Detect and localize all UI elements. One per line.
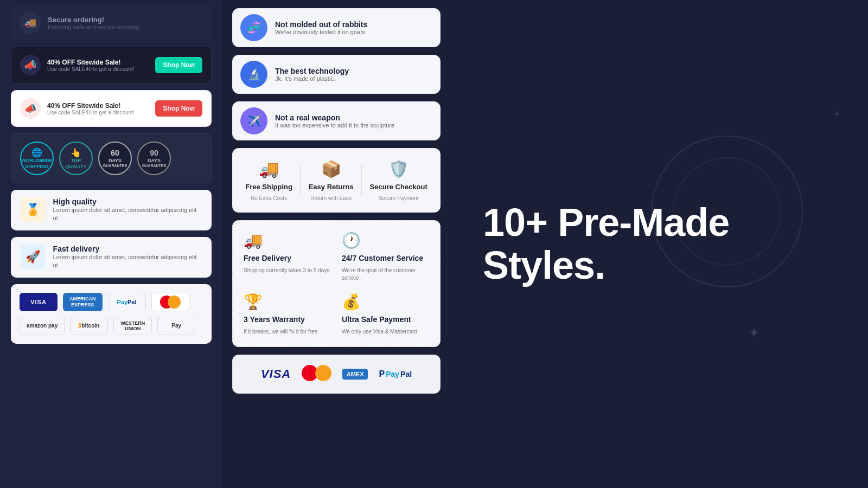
payment-row-2: amazon pay ₿bitcoin WESTERNUNION Pay xyxy=(20,317,203,335)
customer-service-title: 24/7 Customer Service xyxy=(342,254,423,262)
clock-icon: 🕐 xyxy=(342,232,361,249)
top-quality-badge: 👆 TOP QUALITY xyxy=(59,142,93,175)
easy-returns-title: Easy Returns xyxy=(309,183,354,191)
free-shipping-trust: 🚚 Free Shipping No Extra Costs xyxy=(245,159,292,201)
feature-technology-title: The best technology xyxy=(275,67,349,75)
trust-widget: 🚚 Free Shipping No Extra Costs 📦 Easy Re… xyxy=(232,148,441,213)
feature-rabbits-sub: We've obviously tested it on goats xyxy=(275,29,367,35)
trust-divider-1 xyxy=(300,164,301,197)
trust-badges-row: 🌐 WORLDWIDE SHIPPING 👆 TOP QUALITY 60 DA… xyxy=(11,133,212,183)
payment-icon: 💰 xyxy=(342,293,361,311)
shipping-icon: 🚚 xyxy=(259,159,279,178)
mastercard-logo xyxy=(151,293,189,311)
easy-returns-sub: Return with Ease xyxy=(310,195,352,201)
free-delivery-title: Free Delivery xyxy=(244,254,291,262)
warranty-icon: 🏆 xyxy=(244,293,263,311)
trust-divider-2 xyxy=(361,164,362,197)
secure-ordering-title: Secure ordering! xyxy=(48,16,139,24)
delivery-features-card: 🚚 Free Delivery Shipping currently takes… xyxy=(232,220,441,347)
safe-payment-title: Ultra Safe Payment xyxy=(342,315,411,324)
western-union-logo: WESTERNUNION xyxy=(113,317,152,335)
easy-returns-trust: 📦 Easy Returns Return with Ease xyxy=(309,159,354,201)
rabbit-icon: 🧬 xyxy=(240,14,267,41)
fast-delivery-title: Fast delivery xyxy=(53,245,202,253)
paypal-payment-logo: P PayPal xyxy=(379,369,412,379)
free-shipping-title: Free Shipping xyxy=(245,183,292,191)
amazon-pay-logo: amazon pay xyxy=(20,317,65,335)
feature-technology-card: 🔬 The best technology Jk. It's made of p… xyxy=(232,55,441,94)
feature-technology-sub: Jk. It's made of plastic. xyxy=(275,75,349,82)
secure-checkout-trust: 🛡️ Secure Checkout Secure Payment xyxy=(370,159,427,201)
shop-now-button-dark[interactable]: Shop Now xyxy=(155,57,202,73)
warranty-title: 3 Years Warranty xyxy=(244,315,305,324)
high-quality-sub: Lorem ipsum dolor sit amet, consectetur … xyxy=(53,206,202,223)
banner-dark-title: 40% OFF Sitewide Sale! xyxy=(47,59,149,66)
free-shipping-sub: No Extra Costs xyxy=(251,195,287,201)
safe-payment-item: 💰 Ultra Safe Payment We only use Visa & … xyxy=(342,293,429,336)
apple-pay-logo: Pay xyxy=(157,317,195,335)
free-delivery-sub: Shipping currently takes 3 to 5 days xyxy=(244,267,329,274)
banner-card-dark: 📣 40% OFF Sitewide Sale! Use code SALE40… xyxy=(11,47,212,84)
shop-now-button-light[interactable]: Shop Now xyxy=(155,100,202,117)
feature-rabbits-title: Not molded out of rabbits xyxy=(275,20,367,29)
medal-icon: 🏅 xyxy=(21,197,46,222)
warranty-item: 🏆 3 Years Warranty If it breaks, we will… xyxy=(244,293,331,336)
visa-payment-logo: VISA xyxy=(261,367,291,381)
deco-star: ✦ xyxy=(749,325,760,341)
high-quality-title: High quality xyxy=(53,197,202,206)
customer-service-sub: We're the goat of the customer service xyxy=(342,267,429,282)
90-day-guarantee-badge: 90 DAYS GUARANTEE xyxy=(137,142,171,175)
banner-dark-sub: Use code SALE40 to get a discount! xyxy=(47,66,149,72)
worldwide-shipping-badge: 🌐 WORLDWIDE SHIPPING xyxy=(20,142,54,175)
technology-icon: 🔬 xyxy=(240,61,267,88)
paypal-logo: PayPal xyxy=(108,293,146,311)
feature-weapon-title: Not a real weapon xyxy=(275,113,394,122)
secure-checkout-sub: Secure Payment xyxy=(379,195,419,201)
60-day-guarantee-badge: 60 DAYS GUARANTEE xyxy=(98,142,132,175)
banner-card-light: 📣 40% OFF Sitewide Sale! Use code SALE40… xyxy=(11,90,212,127)
banner-light-title: 40% OFF Sitewide Sale! xyxy=(47,102,149,110)
banner-light-sub: Use code SALE40 to get a discount! xyxy=(47,110,149,115)
returns-icon: 📦 xyxy=(321,159,341,178)
customer-service-item: 🕐 24/7 Customer Service We're the goat o… xyxy=(342,232,429,282)
payment-row-1: VISA AMERICANEXPRESS PayPal xyxy=(20,293,203,311)
delivery-icon: 🚀 xyxy=(21,245,46,269)
amex-logo: AMERICANEXPRESS xyxy=(63,293,103,311)
right-panel: ✦ ✦ 10+ Pre-Made Styles. xyxy=(450,0,868,488)
fast-delivery-feature: 🚀 Fast delivery Lorem ipsum dolor sit am… xyxy=(11,237,212,278)
deco-star2: ✦ xyxy=(833,108,841,120)
fast-delivery-sub: Lorem ipsum dolor sit amet, consectetur … xyxy=(53,253,202,270)
visa-logo: VISA xyxy=(20,293,58,311)
weapon-icon: ✈️ xyxy=(240,107,267,134)
secure-checkout-title: Secure Checkout xyxy=(370,183,427,191)
megaphone-icon-light: 📣 xyxy=(20,98,41,119)
payment-logos-card: VISA AMERICANEXPRESS PayPal amazon pay ₿… xyxy=(11,284,212,344)
free-delivery-item: 🚚 Free Delivery Shipping currently takes… xyxy=(244,232,331,282)
delivery-truck-icon: 🚚 xyxy=(244,232,263,249)
bottom-payment-logos: VISA AMEX P PayPal xyxy=(232,355,441,394)
shield-icon: 🛡️ xyxy=(388,159,409,178)
feature-weapon-card: ✈️ Not a real weapon It was too expensiv… xyxy=(232,101,441,140)
middle-panel: 🧬 Not molded out of rabbits We've obviou… xyxy=(222,0,450,488)
safe-payment-sub: We only use Visa & Mastercard xyxy=(342,328,417,336)
bitcoin-logo: ₿bitcoin xyxy=(70,317,108,335)
secure-ordering-sub: Ensuring safe and secure ordering xyxy=(48,24,139,30)
secure-ordering-card: 🚚 Secure ordering! Ensuring safe and sec… xyxy=(11,5,212,40)
truck-icon: 🚚 xyxy=(20,12,41,34)
deco-circle-small xyxy=(673,157,781,266)
left-panel: 🚚 Secure ordering! Ensuring safe and sec… xyxy=(0,0,222,488)
warranty-sub: If it breaks, we will fix it for free xyxy=(244,328,317,336)
amex-payment-logo: AMEX xyxy=(342,369,368,380)
megaphone-icon-dark: 📣 xyxy=(20,55,41,75)
high-quality-feature: 🏅 High quality Lorem ipsum dolor sit ame… xyxy=(11,190,212,230)
feature-weapon-sub: It was too expensive to add it to the sc… xyxy=(275,122,394,129)
mastercard-payment-logo xyxy=(302,365,331,383)
feature-rabbits-card: 🧬 Not molded out of rabbits We've obviou… xyxy=(232,8,441,47)
